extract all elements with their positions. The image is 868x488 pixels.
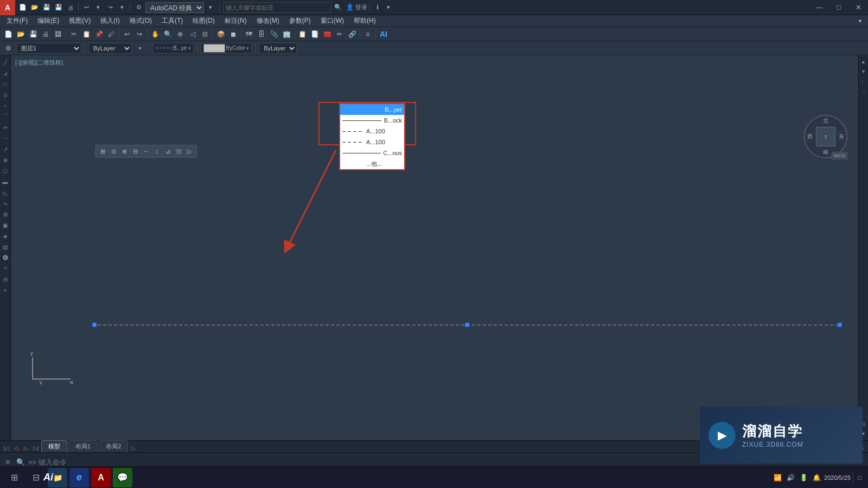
tray-network-icon[interactable]: 📶 xyxy=(772,472,783,483)
design-center-icon[interactable]: 🏢 xyxy=(280,28,292,40)
menu-format[interactable]: 格式(O) xyxy=(125,15,156,27)
draw-tool-2[interactable]: ⊿ xyxy=(1,68,10,78)
task-view-button[interactable]: ⊟ xyxy=(26,468,46,487)
draw-tool-3[interactable]: □ xyxy=(1,79,10,89)
linetype2-selector[interactable]: B...ye ▾ xyxy=(153,43,194,54)
tab-layout1[interactable]: 布局1 xyxy=(68,440,98,452)
wechat-button[interactable]: 💬 xyxy=(113,468,132,487)
draw-tool-18[interactable]: ▤ xyxy=(1,242,10,252)
draw-tool-9[interactable]: ↗ xyxy=(1,144,10,154)
handle-left[interactable] xyxy=(92,323,97,327)
draw-tool-7[interactable]: ✏ xyxy=(1,123,10,132)
field-icon[interactable]: ≡ xyxy=(362,28,374,40)
undo-button[interactable]: ↩ xyxy=(81,2,92,13)
workspace-dropdown-arrow[interactable]: ▾ xyxy=(205,2,216,13)
sheet-set-icon[interactable]: 📑 xyxy=(309,28,321,40)
info-btn[interactable]: ℹ xyxy=(372,2,383,13)
draw-tool-17[interactable]: ◈ xyxy=(1,231,10,241)
draw-tool-14[interactable]: ∿ xyxy=(1,198,10,208)
canvas-area[interactable]: [-][俯视][二维线框] ⊞ ⊙ ⊕ ⊟ ↔ ↕ ⊿ ⊡ ▷ B...yer … xyxy=(11,55,858,440)
zoom-realtime-icon[interactable]: 🔍 xyxy=(162,28,174,40)
tool-palette-icon[interactable]: 🧰 xyxy=(321,28,333,40)
tab-nav-prev[interactable]: ◁ xyxy=(12,444,21,452)
menu-params[interactable]: 参数(P) xyxy=(285,15,315,27)
print-doc-icon[interactable]: 🖨 xyxy=(40,28,52,40)
draw-tool-20[interactable]: ⌗ xyxy=(1,264,10,273)
menu-view[interactable]: 视图(V) xyxy=(65,15,95,27)
redo-dropdown[interactable]: ▾ xyxy=(117,2,127,13)
maximize-button[interactable]: □ xyxy=(829,0,848,15)
new-button[interactable]: 📄 xyxy=(17,2,28,13)
menu-file[interactable]: 文件(F) xyxy=(2,15,32,27)
menu-insert[interactable]: 插入(I) xyxy=(96,15,124,27)
pan-icon[interactable]: ✋ xyxy=(149,28,161,40)
menu-edit[interactable]: 编辑(E) xyxy=(33,15,63,27)
properties-icon[interactable]: 📋 xyxy=(296,28,308,40)
tab-nav-start[interactable]: |◁ xyxy=(2,444,11,452)
draw-tool-11[interactable]: ⬡ xyxy=(1,166,10,176)
redo-button[interactable]: ↪ xyxy=(105,2,116,13)
lt-item-continuous[interactable]: C...ous xyxy=(340,147,404,158)
user-icon[interactable]: 👤 xyxy=(344,2,355,13)
mt-4[interactable]: ⊟ xyxy=(130,146,140,156)
edge-button[interactable]: e xyxy=(69,468,89,487)
tab-nav-end[interactable]: ▷| xyxy=(31,444,40,452)
tab-scroll-right[interactable]: ▷ xyxy=(129,444,138,452)
dbconnect-icon[interactable]: 🗄 xyxy=(256,28,267,40)
lt-item-block[interactable]: B...ock xyxy=(340,115,404,126)
redo-std-icon[interactable]: ↪ xyxy=(133,28,145,40)
undo-dropdown[interactable]: ▾ xyxy=(93,2,104,13)
mt-7[interactable]: ⊿ xyxy=(163,146,173,156)
hyperlink-icon[interactable]: 🔗 xyxy=(346,28,358,40)
draw-tool-10[interactable]: ⊕ xyxy=(1,155,10,165)
menu-expand[interactable]: ▾ xyxy=(854,17,866,25)
cut-icon[interactable]: ✂ xyxy=(68,28,80,40)
paste-icon[interactable]: 📌 xyxy=(93,28,105,40)
draw-tool-6[interactable]: ⌒ xyxy=(1,112,10,121)
linetype-dropdown-select[interactable]: ByLayer xyxy=(88,43,132,54)
mt-2[interactable]: ⊙ xyxy=(108,146,118,156)
xref-icon[interactable]: 📎 xyxy=(268,28,280,40)
zoom-extents-icon[interactable]: ⊟ xyxy=(199,28,211,40)
menu-draw[interactable]: 绘图(D) xyxy=(188,15,219,27)
mt-3[interactable]: ⊕ xyxy=(119,146,129,156)
handle-middle[interactable] xyxy=(465,323,469,327)
handle-right[interactable] xyxy=(838,323,842,327)
draw-tool-12[interactable]: ▬ xyxy=(1,177,10,187)
ai-tool-icon[interactable]: AI xyxy=(378,28,390,40)
match-prop-icon[interactable]: 🖊 xyxy=(105,28,117,40)
save-as-button[interactable]: 💾 xyxy=(53,2,64,13)
linetype-popup-dropdown[interactable]: B...yer B...ock A...100 A...100 C...ous … xyxy=(339,103,405,170)
draw-tool-8[interactable]: ⋯ xyxy=(1,133,10,143)
layer-props-icon[interactable]: ⚙ xyxy=(2,42,14,54)
mt-1[interactable]: ⊞ xyxy=(98,146,107,156)
layer-dropdown[interactable]: 图层1 xyxy=(16,43,81,54)
aerial-icon[interactable]: 🗺 xyxy=(243,28,255,40)
color-selector[interactable]: ByColor ▾ xyxy=(201,43,252,54)
tab-layout2[interactable]: 布局2 xyxy=(99,440,128,452)
draw-tool-13[interactable]: ◺ xyxy=(1,188,10,197)
minimize-button[interactable]: — xyxy=(809,0,829,15)
linetype-arrow[interactable]: ▾ xyxy=(134,42,146,54)
draw-tool-19[interactable]: 🅐 xyxy=(1,253,10,262)
autocad-button[interactable]: A xyxy=(91,468,111,487)
open-button[interactable]: 📂 xyxy=(29,2,40,13)
mt-6[interactable]: ↕ xyxy=(152,146,162,156)
mt-8[interactable]: ⊡ xyxy=(174,146,183,156)
mt-9[interactable]: ▷ xyxy=(184,146,194,156)
start-button[interactable]: ⊞ xyxy=(4,468,24,487)
mt-5[interactable]: ↔ xyxy=(141,146,151,156)
zoom-prev-icon[interactable]: ◁ xyxy=(187,28,199,40)
draw-tool-4[interactable]: ⊙ xyxy=(1,90,10,100)
rt-4[interactable]: → xyxy=(859,87,868,95)
tray-volume-icon[interactable]: 🔊 xyxy=(785,472,796,483)
rt-3[interactable]: ← xyxy=(859,77,868,86)
undo-std-icon[interactable]: ↩ xyxy=(121,28,133,40)
search-input[interactable] xyxy=(224,4,331,11)
lt-item-a100-1[interactable]: A...100 xyxy=(340,126,404,137)
draw-tool-22[interactable]: + xyxy=(1,285,10,295)
lt-item-bylayer[interactable]: B...yer xyxy=(340,104,404,115)
tray-notification-icon[interactable]: 🔔 xyxy=(811,472,822,483)
zoom-window-icon[interactable]: ⊕ xyxy=(174,28,186,40)
copy-icon[interactable]: 📋 xyxy=(80,28,92,40)
